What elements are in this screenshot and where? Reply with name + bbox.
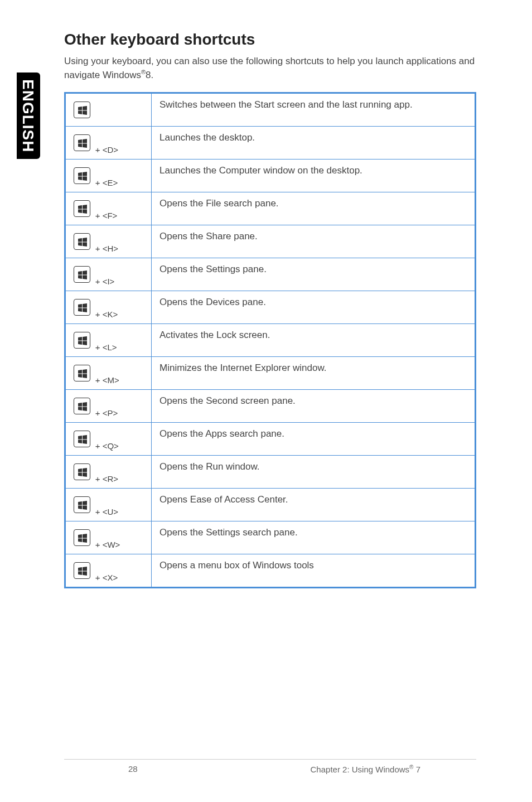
windows-key-icon [74, 431, 90, 447]
svg-marker-59 [83, 571, 87, 576]
svg-marker-49 [83, 501, 87, 505]
svg-marker-1 [83, 106, 87, 110]
table-row: Switches between the Start screen and th… [65, 93, 476, 126]
svg-marker-10 [78, 176, 82, 180]
svg-marker-24 [78, 304, 82, 308]
svg-marker-2 [78, 110, 82, 114]
svg-marker-12 [78, 205, 82, 209]
table-row: + <E>Launches the Computer window on the… [65, 159, 476, 192]
svg-marker-18 [78, 242, 82, 246]
key-combo-text: + <H> [95, 244, 118, 253]
document-page: ENGLISH Other keyboard shortcuts Using y… [0, 0, 532, 802]
table-row: + <M>Minimizes the Internet Explorer win… [65, 356, 476, 389]
svg-marker-44 [78, 468, 82, 472]
svg-marker-36 [78, 403, 82, 407]
svg-marker-42 [78, 439, 82, 443]
key-combo-text: + <Q> [95, 441, 119, 451]
svg-marker-5 [83, 139, 87, 143]
windows-key-icon [74, 134, 90, 151]
shortcut-description-cell: Opens the Run window. [152, 455, 476, 488]
windows-key-icon [74, 398, 90, 414]
svg-marker-20 [78, 271, 82, 275]
windows-key-icon [74, 102, 90, 118]
shortcut-description-cell: Opens the Apps search pane. [152, 422, 476, 455]
key-combo-text: + <I> [95, 277, 115, 286]
table-row: + <P>Opens the Second screen pane. [65, 389, 476, 422]
svg-marker-32 [78, 370, 82, 374]
svg-marker-48 [78, 501, 82, 505]
windows-key-icon [74, 463, 90, 480]
table-row: + <Q>Opens the Apps search pane. [65, 422, 476, 455]
svg-marker-8 [78, 172, 82, 176]
registered-mark: ® [141, 69, 146, 75]
svg-marker-53 [83, 534, 87, 538]
shortcut-key-cell: + <Q> [65, 422, 152, 455]
svg-marker-23 [83, 275, 87, 279]
key-combo-text: + <K> [95, 310, 118, 319]
shortcut-description-cell: Opens Ease of Access Center. [152, 488, 476, 521]
windows-key-icon [74, 200, 90, 217]
svg-marker-6 [78, 143, 82, 147]
windows-key-icon [74, 496, 90, 513]
table-row: + <F>Opens the File search pane. [65, 192, 476, 225]
shortcut-description-cell: Activates the Lock screen. [152, 323, 476, 356]
windows-key-icon [74, 365, 90, 381]
page-footer: 28 Chapter 2: Using Windows® 7 [64, 759, 476, 774]
key-combo-text: + <R> [95, 474, 118, 484]
page-heading: Other keyboard shortcuts [64, 31, 476, 49]
svg-marker-51 [83, 505, 87, 510]
shortcut-description-cell: Opens the Settings pane. [152, 258, 476, 291]
windows-key-icon [74, 233, 90, 250]
intro-text-a: Using your keyboard, you can also use th… [64, 56, 475, 80]
svg-marker-50 [78, 505, 82, 509]
key-combo-text: + <P> [95, 408, 118, 418]
svg-marker-14 [78, 209, 82, 213]
shortcut-key-cell: + <K> [65, 291, 152, 323]
svg-marker-31 [83, 341, 87, 345]
svg-marker-56 [78, 567, 82, 571]
windows-key-icon [74, 167, 90, 184]
key-combo-text: + <D> [95, 145, 118, 154]
svg-marker-41 [83, 435, 87, 439]
svg-marker-45 [83, 468, 87, 472]
shortcuts-table: Switches between the Start screen and th… [64, 92, 476, 588]
svg-marker-17 [83, 238, 87, 242]
svg-marker-43 [83, 439, 87, 444]
shortcut-description-cell: Opens a menu box of Windows tools [152, 554, 476, 587]
shortcut-description-cell: Minimizes the Internet Explorer window. [152, 356, 476, 389]
shortcut-description-cell: Opens the Devices pane. [152, 291, 476, 323]
shortcut-key-cell: + <M> [65, 356, 152, 389]
key-combo-text: + <E> [95, 178, 118, 187]
svg-marker-9 [83, 172, 87, 176]
chapter-label: Chapter 2: Using Windows® 7 [311, 764, 420, 774]
svg-marker-19 [83, 242, 87, 247]
table-row: + <D>Launches the desktop. [65, 126, 476, 159]
svg-marker-25 [83, 303, 87, 308]
table-row: + <R>Opens the Run window. [65, 455, 476, 488]
table-row: + <K>Opens the Devices pane. [65, 291, 476, 323]
windows-key-icon [74, 562, 90, 579]
svg-marker-47 [83, 472, 87, 477]
svg-marker-26 [78, 308, 82, 312]
shortcut-key-cell: + <I> [65, 258, 152, 291]
svg-marker-35 [83, 374, 87, 378]
shortcut-description-cell: Launches the Computer window on the desk… [152, 159, 476, 192]
shortcut-key-cell: + <E> [65, 159, 152, 192]
svg-marker-46 [78, 472, 82, 476]
table-row: + <I>Opens the Settings pane. [65, 258, 476, 291]
table-row: + <X>Opens a menu box of Windows tools [65, 554, 476, 587]
table-row: + <L>Activates the Lock screen. [65, 323, 476, 356]
shortcut-description-cell: Opens the File search pane. [152, 192, 476, 225]
page-number: 28 [128, 764, 138, 774]
shortcut-key-cell: + <R> [65, 455, 152, 488]
shortcut-description-cell: Switches between the Start screen and th… [152, 93, 476, 126]
windows-key-icon [74, 266, 90, 283]
shortcut-key-cell: + <W> [65, 521, 152, 554]
side-tab-english: ENGLISH [17, 73, 40, 159]
svg-marker-28 [78, 337, 82, 341]
shortcut-key-cell: + <P> [65, 389, 152, 422]
chapter-text-b: 7 [413, 765, 420, 774]
svg-marker-13 [83, 205, 87, 209]
shortcut-key-cell: + <L> [65, 323, 152, 356]
intro-text: Using your keyboard, you can also use th… [64, 55, 476, 82]
